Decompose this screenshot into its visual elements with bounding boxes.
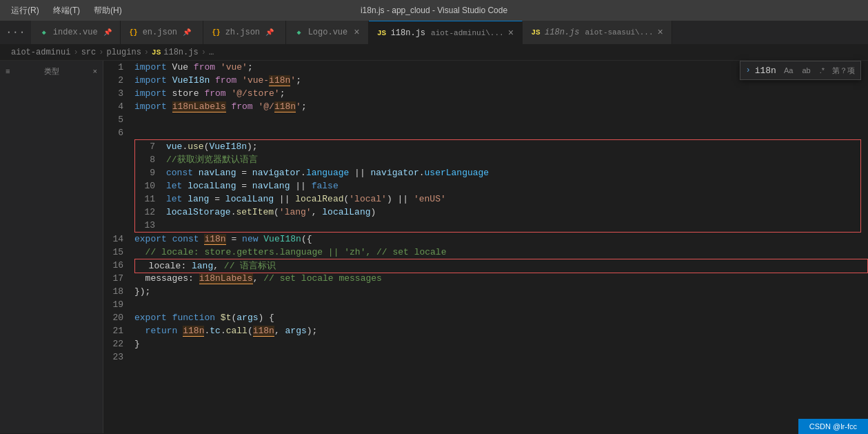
line-content: let lang = localLang || localRead('local… [166, 193, 860, 206]
line-number: 14 [103, 233, 134, 246]
vue-icon: ◆ [39, 28, 49, 37]
line-number: 12 [135, 206, 166, 219]
line-content: // locale: store.getters.language || 'zh… [134, 246, 868, 259]
code-line-22: 22 } [103, 337, 868, 351]
tab-zh-json[interactable]: {} zh.json 📌 [203, 21, 286, 44]
code-line-19: 19 [103, 298, 868, 311]
code-line-11: 11 let lang = localLang || localRead('lo… [135, 193, 860, 206]
tab-i18n-js-saasui[interactable]: JS i18n.js aiot-saasui\... × [523, 21, 672, 44]
line-number: 8 [135, 153, 166, 166]
line-number: 19 [103, 298, 134, 311]
code-line-6: 6 [103, 126, 868, 139]
menu-run[interactable]: 运行(R) [6, 3, 45, 18]
breadcrumb-part[interactable]: i18n.js [163, 48, 198, 57]
menu-terminal[interactable]: 终端(T) [48, 3, 85, 18]
breadcrumb-sep: › [144, 48, 149, 57]
line-number: 20 [103, 311, 134, 324]
tab-index-vue[interactable]: ◆ index.vue 📌 [31, 21, 121, 44]
close-tab-icon[interactable]: × [658, 28, 663, 37]
find-count: 第？项 [832, 66, 855, 76]
line-number: 2 [103, 74, 134, 87]
tab-label: Logo.vue [308, 28, 348, 37]
line-number: 22 [103, 337, 134, 351]
find-regex-btn[interactable]: .* [816, 65, 828, 76]
find-case-btn[interactable]: Aa [780, 65, 796, 76]
tab-label: i18n.js [391, 28, 425, 38]
code-line-3: 3 import store from '@/store'; [103, 87, 868, 100]
line-number: 17 [103, 272, 134, 285]
find-word-btn[interactable]: ab [798, 65, 814, 76]
code-line-18: 18 }); [103, 285, 868, 298]
line-content: import store from '@/store'; [134, 87, 868, 100]
line-content: //获取浏览器默认语言 [166, 153, 860, 166]
breadcrumb-sep: › [99, 48, 103, 57]
status-text: CSDN @lr-fcc [809, 422, 857, 431]
line-content: localStorage.setItem('lang', localLang) [166, 206, 860, 219]
js-icon: JS [377, 28, 387, 38]
tab-en-json[interactable]: {} en.json 📌 [121, 21, 203, 44]
close-tab-icon[interactable]: × [508, 28, 514, 38]
tab-logo-vue[interactable]: ◆ Logo.vue × [286, 21, 369, 44]
line-content: vue.use(VueI18n); [166, 140, 860, 153]
code-line-13: 13 [135, 219, 860, 232]
pin-icon[interactable]: 📌 [103, 28, 112, 37]
code-line-9: 9 const navLang = navigator.language || … [135, 166, 860, 179]
code-line-20: 20 export function $t(args) { [103, 311, 868, 324]
close-tab-icon[interactable]: × [354, 28, 359, 37]
line-content: } [134, 337, 868, 351]
pin-icon[interactable]: 📌 [183, 28, 191, 37]
line-number: 1 [103, 61, 134, 74]
line-number: 5 [103, 113, 134, 126]
tab-label: i18n.js [545, 28, 579, 37]
line-number: 3 [103, 87, 134, 100]
line-content: export const i18n = new VueI18n({ [134, 233, 868, 246]
line-content: }); [134, 285, 868, 298]
line-content: export function $t(args) { [134, 311, 868, 324]
line-number: 9 [135, 166, 166, 179]
tab-label: en.json [143, 28, 177, 37]
tab-label: index.vue [53, 28, 98, 37]
find-label: i18n [755, 66, 776, 76]
more-tabs-icon[interactable]: ··· [0, 21, 31, 44]
tab-i18n-js-main[interactable]: JS i18n.js aiot-adminui\... × [369, 21, 523, 44]
code-line-10: 10 let localLang = navLang || false [135, 179, 860, 193]
menu-bar[interactable]: 运行(R) 终端(T) 帮助(H) [0, 3, 133, 18]
breadcrumb: aiot-adminui › src › plugins › JS i18n.j… [0, 45, 868, 61]
breadcrumb-part[interactable]: aiot-adminui [11, 48, 70, 57]
code-editor[interactable]: 1 import Vue from 'vue'; 2 import VueI18… [103, 61, 868, 433]
sidebar-close-icon[interactable]: × [92, 68, 97, 76]
line-number: 15 [103, 246, 134, 259]
line-number: 13 [135, 219, 166, 232]
breadcrumb-part[interactable]: plugins [106, 48, 141, 57]
status-bar: CSDN @lr-fcc [798, 419, 868, 434]
breadcrumb-sep: › [201, 48, 206, 57]
pin-icon[interactable]: 📌 [265, 28, 274, 37]
line-number: 6 [103, 126, 134, 139]
breadcrumb-part[interactable]: src [81, 48, 97, 57]
main-layout: ≡ 类型 × 1 import Vue from 'vue'; 2 import… [0, 61, 868, 433]
find-panel[interactable]: › i18n Aa ab .* 第？项 [740, 61, 861, 80]
tab-path: aiot-adminui\... [431, 29, 504, 37]
highlight-block-red: 7 vue.use(VueI18n); 8 //获取浏览器默认语言 9 cons… [134, 139, 861, 233]
js-icon: JS [531, 28, 541, 37]
line-number: 16 [103, 259, 134, 272]
line-content: messages: i18nLabels, // set locale mess… [134, 272, 868, 285]
code-line-23: 23 [103, 351, 868, 364]
json-icon: {} [212, 28, 221, 37]
breadcrumb-part[interactable]: … [209, 48, 214, 57]
breadcrumb-part[interactable]: JS [152, 48, 161, 57]
line-number: 21 [103, 324, 134, 337]
code-line-21: 21 return i18n.tc.call(i18n, args); [103, 324, 868, 337]
line-number: 18 [103, 285, 134, 298]
tab-path: aiot-saasui\... [585, 28, 654, 37]
window-title: i18n.js - app_cloud - Visual Studio Code [361, 6, 507, 15]
code-line-5: 5 [103, 113, 868, 126]
sidebar-title: 类型 [44, 66, 59, 77]
line-content: let localLang = navLang || false [166, 179, 860, 193]
sidebar-filter-icon[interactable]: ≡ [6, 68, 10, 76]
find-options: Aa ab .* [780, 65, 828, 76]
menu-help[interactable]: 帮助(H) [88, 3, 128, 18]
code-line-14: 14 export const i18n = new VueI18n({ [103, 233, 868, 246]
code-line-12: 12 localStorage.setItem('lang', localLan… [135, 206, 860, 219]
line-content: import i18nLabels from '@/i18n'; [134, 100, 868, 113]
